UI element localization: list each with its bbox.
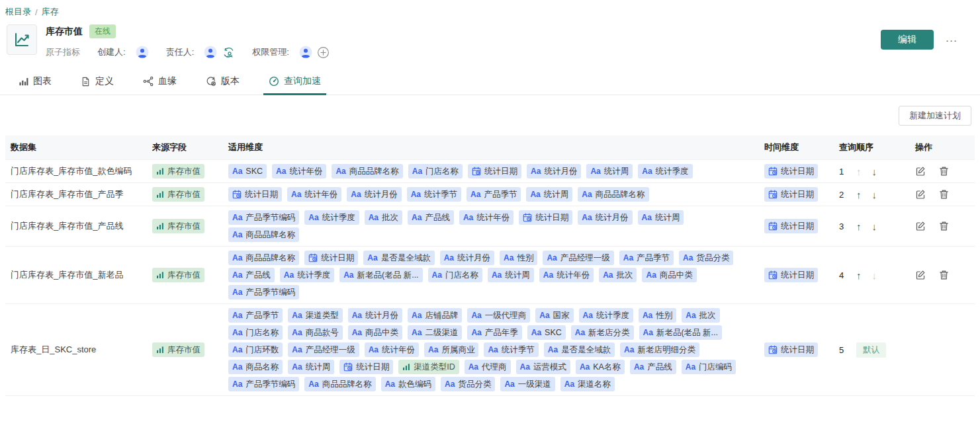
creator-avatar[interactable] [136,46,149,59]
applicable-dimensions-cell: 统计日期Aa统计年份Aa统计月份Aa统计季节Aa产品季节Aa统计周Aa商品品牌名… [223,183,759,206]
move-down-icon[interactable]: ↓ [872,190,877,200]
text-dimension-tag: Aa商品名称 [228,360,283,374]
text-type-icon: Aa [232,230,242,239]
text-dimension-tag: Aa商品品牌名称 [304,377,375,391]
calendar-icon [768,221,778,231]
date-dimension-tag: 统计日期 [764,187,818,202]
text-type-icon: Aa [530,190,540,199]
text-dimension-tag: Aa代理商 [465,360,511,374]
tag-label: 批次 [616,270,633,281]
measure-tag: 库存市值 [152,187,204,202]
edit-icon[interactable] [915,166,926,177]
tab-label: 版本 [221,75,240,87]
time-dimension-cell: 统计日期 [759,247,834,304]
tag-label: 统计月份 [457,253,490,264]
tag-label: 统计季节 [424,189,457,200]
breadcrumb-root-link[interactable]: 根目录 [5,6,31,18]
tab-lineage[interactable]: 血缘 [138,68,182,95]
text-type-icon: Aa [232,167,242,176]
move-down-icon[interactable]: ↓ [872,167,877,177]
tab-query-acceleration[interactable]: 查询加速 [263,68,326,95]
tag-label: 是否是全域款 [561,344,611,356]
time-dimension-cell: 统计日期 [759,160,834,183]
permission-avatar[interactable] [299,46,312,59]
tag-label: 二级渠道 [425,327,458,339]
measure-tag: 库存市值 [152,342,204,357]
delete-icon[interactable] [939,189,949,200]
delete-icon[interactable] [939,166,949,177]
tag-label: 统计年份 [476,212,510,223]
column-header: 查询顺序 [834,136,910,160]
permission-label: 权限管理: [252,46,289,58]
tab-label: 查询加速 [284,75,321,87]
text-dimension-tag: Aa一级代理商 [467,308,530,323]
text-type-icon: Aa [531,167,541,176]
text-dimension-tag: Aa货品分类 [441,377,495,391]
tag-label: 门店名称 [445,270,478,281]
tag-label: 产品线 [425,212,450,223]
query-order-cell: 2↑↓ [834,183,910,206]
text-dimension-tag: Aa产品线 [408,210,454,225]
calendar-icon [308,253,318,262]
acceleration-plan-table-wrap: 数据集来源字段适用维度时间维度查询顺序操作 门店库存表_库存市值_款色编码库存市… [5,136,975,396]
move-down-icon[interactable]: ↓ [872,221,877,231]
breadcrumb-current-link[interactable]: 库存 [42,6,59,18]
tag-label: 统计周 [505,270,530,281]
tag-label: 产品季节 [637,253,670,264]
table-body: 门店库存表_库存市值_款色编码库存市值AaSKCAa统计年份Aa商品品牌名称Aa… [5,160,975,396]
text-type-icon: Aa [292,345,302,354]
calendar-icon [472,167,481,176]
delete-icon[interactable] [939,270,949,280]
text-dimension-tag: Aa新老品(老品 新... [339,268,422,282]
text-type-icon: Aa [582,213,592,222]
applicable-dimensions-cell: AaSKCAa统计年份Aa商品品牌名称Aa门店名称统计日期Aa统计月份Aa统计周… [223,160,759,183]
more-icon[interactable]: ··· [946,34,958,46]
edit-icon[interactable] [915,270,926,280]
dataset-name: 门店库存表_库存市值_新老品 [5,247,147,304]
tag-label: 产品季节编码 [245,212,295,223]
add-permission-icon[interactable] [317,46,330,59]
measure-icon [156,190,164,198]
text-dimension-tag: Aa新老店明细分类 [620,342,699,357]
tag-label: 门店编码 [699,362,732,373]
owner-group-sync-icon[interactable] [222,46,235,59]
edit-icon[interactable] [915,221,926,231]
delete-icon[interactable] [939,221,949,231]
move-down-icon[interactable]: ↓ [872,270,877,280]
text-dimension-tag: Aa货品分类 [679,251,733,265]
date-dimension-tag: 统计日期 [764,268,818,282]
text-type-icon: Aa [292,362,302,372]
tab-version[interactable]: 版本 [200,68,245,95]
move-up-icon[interactable]: ↑ [856,221,862,231]
text-dimension-tag: Aa商品品牌名称 [228,251,299,265]
tag-label: 款色编码 [398,379,431,390]
text-dimension-tag: Aa统计月份 [527,164,581,179]
calendar-icon [523,213,532,222]
text-dimension-tag: Aa统计季度 [304,210,359,225]
text-type-icon: Aa [292,311,302,320]
tab-charts[interactable]: 图表 [13,68,57,95]
tag-label: 统计月份 [365,189,398,200]
move-up-icon[interactable]: ↑ [856,167,862,177]
text-type-icon: Aa [412,213,422,222]
text-type-icon: Aa [520,362,530,372]
text-dimension-tag: Aa统计月份 [440,251,494,265]
move-up-icon[interactable]: ↑ [856,270,862,280]
owner-avatar[interactable] [204,46,217,59]
column-header: 时间维度 [759,136,834,160]
text-type-icon: Aa [343,270,353,280]
new-acceleration-plan-button[interactable]: 新建加速计划 [899,106,971,126]
text-type-icon: Aa [232,379,242,389]
tag-label: 统计月份 [544,166,577,177]
query-order-number: 5 [839,345,846,355]
tag-label: 统计年份 [304,189,337,200]
edit-icon[interactable] [915,189,926,200]
actions-cell [910,206,975,247]
edit-button[interactable]: 编辑 [881,30,934,50]
text-dimension-tag: Aa商品品牌名称 [332,164,402,179]
text-dimension-tag: Aa产品经理一级 [543,251,613,265]
table-row: 门店库存表_库存市值_款色编码库存市值AaSKCAa统计年份Aa商品品牌名称Aa… [5,160,975,183]
tab-definition[interactable]: 定义 [75,68,119,95]
text-dimension-tag: Aa统计周 [526,187,572,202]
move-up-icon[interactable]: ↑ [856,190,862,200]
